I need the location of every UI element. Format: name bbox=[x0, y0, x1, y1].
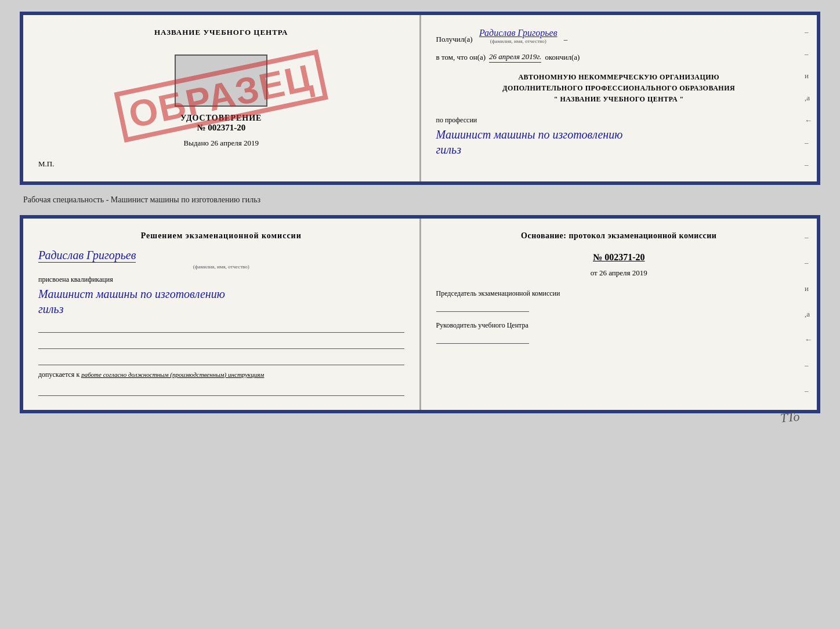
card2-right: Основание: протокол экзаменационной коми… bbox=[421, 219, 817, 410]
side-decorations-2: – – и ,а ← – – bbox=[805, 219, 812, 410]
qual-line1: Машинист машины по изготовлению bbox=[38, 288, 225, 300]
certificate-photo-box bbox=[175, 54, 267, 107]
profession-line2: гильз bbox=[436, 143, 461, 156]
predsedatel-signature-line bbox=[436, 301, 529, 312]
card1-right: Получил(а) Радислав Григорьев (фамилия, … bbox=[421, 15, 817, 181]
org-line1: АВТОНОМНУЮ НЕКОММЕРЧЕСКУЮ ОРГАНИЗАЦИЮ bbox=[436, 72, 802, 83]
ot-date-row: от 26 апреля 2019 bbox=[436, 268, 802, 278]
side-dash-r6: – bbox=[805, 358, 812, 373]
side-dash-1: – bbox=[805, 24, 812, 39]
rukovoditel-signature-line bbox=[436, 333, 529, 344]
vtom-row: в том, что он(а) 26 апреля 2019г. окончи… bbox=[436, 52, 802, 63]
osnovanie-title: Основание: протокол экзаменационной коми… bbox=[436, 231, 802, 241]
dopuskaetsya-text: работе согласно должностным (производств… bbox=[81, 371, 264, 378]
poluchil-name: Радислав Григорьев bbox=[479, 28, 557, 38]
underline-2 bbox=[38, 337, 404, 349]
side-decorations-1: – – и ,а ← – – bbox=[805, 15, 812, 181]
card1-left: НАЗВАНИЕ УЧЕБНОГО ЦЕНТРА УДОСТОВЕРЕНИЕ №… bbox=[23, 15, 421, 181]
side-dash-r4: ,а bbox=[805, 307, 812, 322]
fio-hint-2: (фамилия, имя, отчество) bbox=[38, 264, 404, 270]
name-block: Радислав Григорьев (фамилия, имя, отчест… bbox=[38, 249, 404, 270]
side-dash-r5: ← bbox=[805, 332, 812, 347]
resheniem-title: Решением экзаменационной комиссии bbox=[38, 231, 404, 241]
qual-line2: гильз bbox=[38, 303, 63, 315]
vtom-suffix: окончил(а) bbox=[545, 53, 580, 62]
predsedatel-block: Председатель экзаменационной комиссии bbox=[436, 288, 802, 312]
cert-number: № 002371-20 bbox=[38, 123, 404, 133]
vydano-date: 26 апреля 2019 bbox=[211, 139, 259, 147]
vtom-date: 26 апреля 2019г. bbox=[489, 52, 541, 63]
underline-4 bbox=[38, 384, 404, 396]
underline-3 bbox=[38, 354, 404, 365]
side-dash-7: – bbox=[805, 157, 812, 172]
rukovoditel-label: Руководитель учебного Центра bbox=[436, 321, 528, 329]
rukovoditel-block: Руководитель учебного Центра bbox=[436, 320, 802, 344]
vydano-row: Выдано 26 апреля 2019 bbox=[38, 139, 404, 148]
card2-left: Решением экзаменационной комиссии Радисл… bbox=[23, 219, 421, 410]
org-quote-close: " bbox=[680, 95, 684, 103]
vydano-label: Выдано bbox=[184, 139, 209, 147]
certificate-card-1: НАЗВАНИЕ УЧЕБНОГО ЦЕНТРА УДОСТОВЕРЕНИЕ №… bbox=[20, 12, 820, 185]
profession-line1: Машинист машины по изготовлению bbox=[436, 128, 623, 141]
profession-name: Машинист машины по изготовлению гильз bbox=[436, 127, 802, 157]
org-block: АВТОНОМНУЮ НЕКОММЕРЧЕСКУЮ ОРГАНИЗАЦИЮ ДО… bbox=[436, 72, 802, 106]
underline-1 bbox=[38, 321, 404, 333]
vtom-prefix: в том, что он(а) bbox=[436, 53, 486, 62]
poluchil-row: Получил(а) Радислав Григорьев (фамилия, … bbox=[436, 28, 802, 44]
side-dash-6: – bbox=[805, 135, 812, 150]
cert-label: УДОСТОВЕРЕНИЕ bbox=[38, 114, 404, 123]
po-professii: по профессии bbox=[436, 116, 802, 125]
side-dash-r3: и bbox=[805, 281, 812, 296]
protocol-number: № 002371-20 bbox=[436, 252, 802, 263]
org-name-row: " НАЗВАНИЕ УЧЕБНОГО ЦЕНТРА " bbox=[436, 94, 802, 105]
poluchil-prefix: Получил(а) bbox=[436, 35, 473, 44]
side-dash-5: ← bbox=[805, 113, 812, 128]
org-line2: ДОПОЛНИТЕЛЬНОГО ПРОФЕССИОНАЛЬНОГО ОБРАЗО… bbox=[436, 83, 802, 94]
separator-text: Рабочая специальность - Машинист машины … bbox=[12, 195, 260, 205]
dopuskaetsya-prefix: допускается к bbox=[38, 370, 79, 379]
dash1: – bbox=[564, 35, 568, 44]
side-dash-r7: – bbox=[805, 383, 812, 398]
predsedatel-label: Председатель экзаменационной комиссии bbox=[436, 289, 560, 297]
side-dash-2: – bbox=[805, 46, 812, 61]
applicant-name: Радислав Григорьев bbox=[38, 249, 136, 263]
dopuskaetsya-row: допускается к работе согласно должностны… bbox=[38, 370, 404, 380]
qualification-name: Машинист машины по изготовлению гильз bbox=[38, 286, 404, 317]
ot-date: 26 апреля 2019 bbox=[599, 268, 647, 277]
tto-mark: TTo bbox=[779, 409, 800, 426]
org-quote-open: " bbox=[554, 95, 558, 103]
mp-label: М.П. bbox=[38, 159, 404, 169]
prisvoyena-label: присвоена квалификация bbox=[38, 275, 404, 284]
side-dash-r1: – bbox=[805, 230, 812, 245]
side-dash-4: ,а bbox=[805, 90, 812, 106]
side-dash-3: и bbox=[805, 68, 812, 83]
side-dash-r2: – bbox=[805, 255, 812, 270]
fio-hint-1: (фамилия, имя, отчество) bbox=[490, 38, 546, 44]
ot-label: от bbox=[591, 268, 598, 277]
card1-title: НАЗВАНИЕ УЧЕБНОГО ЦЕНТРА bbox=[38, 28, 404, 37]
certificate-card-2: Решением экзаменационной комиссии Радисл… bbox=[20, 215, 820, 413]
org-name: НАЗВАНИЕ УЧЕБНОГО ЦЕНТРА bbox=[560, 95, 678, 103]
